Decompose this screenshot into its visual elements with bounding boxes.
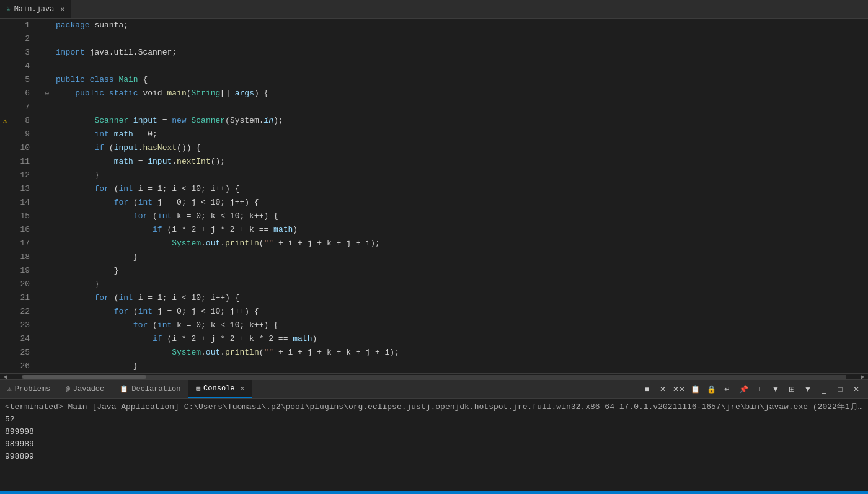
console-toolbar: ■ ✕ ✕✕ 📋 🔒 ↵ 📌 + ▼ ⊞ ▼ _ □ ✕: [640, 382, 868, 396]
code-line-22: for (int j = 0; j < 10; j++) {: [56, 305, 868, 319]
code-line-10: if (input.hasNext()) {: [56, 141, 868, 155]
line-number-11: 11: [10, 155, 35, 169]
gutter-row-18: [41, 250, 53, 264]
gutter-row-25: [41, 346, 53, 359]
left-margin-row-17: [0, 237, 10, 250]
code-line-21: for (int i = 1; i < 10; i++) {: [56, 291, 868, 305]
scroll-left-arrow[interactable]: ◀: [0, 374, 10, 380]
bottom-tab-bar: ⚠ Problems @ Javadoc 📋 Declaration ▤ Con…: [0, 380, 868, 399]
console-output-line-4: 998899: [5, 451, 863, 463]
left-margin: ⚠: [0, 19, 10, 373]
code-line-23: for (int k = 0; k < 10; k++) {: [56, 319, 868, 332]
code-line-13: for (int i = 1; i < 10; i++) {: [56, 182, 868, 196]
gutter-row-3: [41, 46, 53, 60]
line-number-5: 5: [10, 73, 35, 87]
remove-all-button[interactable]: ✕✕: [672, 382, 686, 396]
code-line-1: package suanfa;: [56, 19, 868, 32]
code-line-12: }: [56, 169, 868, 182]
pin-button[interactable]: 📌: [737, 382, 750, 396]
code-line-2: [56, 32, 868, 46]
line-number-4: 4: [10, 60, 35, 73]
line-number-6: 6: [10, 87, 35, 100]
declaration-icon: 📋: [120, 385, 128, 393]
code-line-20: }: [56, 278, 868, 291]
scroll-right-arrow[interactable]: ▶: [858, 374, 868, 380]
line-number-10: 10: [10, 141, 35, 155]
code-line-7: [56, 100, 868, 114]
line-number-21: 21: [10, 291, 35, 305]
status-bar: CSDN @托马斯-酷涛: [0, 491, 868, 494]
left-margin-row-9: [0, 128, 10, 141]
scrollbar-thumb[interactable]: [22, 375, 146, 379]
close-panel-button[interactable]: ✕: [849, 382, 863, 396]
word-wrap-button[interactable]: ↵: [720, 382, 734, 396]
view-menu-button[interactable]: ▼: [801, 382, 815, 396]
left-margin-row-25: [0, 346, 10, 359]
code-line-26: }: [56, 359, 868, 373]
gutter-row-17: [41, 237, 53, 250]
tab-console[interactable]: ▤ Console ✕: [188, 380, 252, 398]
left-margin-row-23: [0, 319, 10, 332]
gutter-row-11: [41, 155, 53, 169]
line-number-25: 25: [10, 346, 35, 359]
gutter-row-21: [41, 291, 53, 305]
clear-button[interactable]: 📋: [688, 382, 702, 396]
code-line-5: public class Main {: [56, 73, 868, 87]
problems-icon: ⚠: [7, 385, 12, 393]
line-number-3: 3: [10, 46, 35, 60]
left-margin-row-11: [0, 155, 10, 169]
gutter-icons: ⊖: [41, 19, 53, 373]
main-java-tab[interactable]: ☕ Main.java ✕: [0, 0, 71, 18]
java-file-icon: ☕: [6, 5, 11, 13]
horizontal-scrollbar[interactable]: ◀ ▶: [0, 373, 868, 379]
left-margin-row-21: [0, 291, 10, 305]
left-margin-row-22: [0, 305, 10, 319]
line-number-14: 14: [10, 196, 35, 210]
line-number-16: 16: [10, 223, 35, 237]
tab-problems[interactable]: ⚠ Problems: [0, 380, 58, 398]
left-margin-row-19: [0, 264, 10, 278]
javadoc-icon: @: [66, 386, 70, 393]
console-output-line-1: 52: [5, 413, 863, 426]
stop-button[interactable]: ■: [640, 382, 653, 396]
code-line-14: for (int j = 0; j < 10; j++) {: [56, 196, 868, 210]
code-line-16: if (i * 2 + j * 2 + k == math): [56, 223, 868, 237]
line-numbers: 1234567891011121314151617181920212223242…: [10, 19, 41, 373]
open-console-button[interactable]: ⊞: [785, 382, 799, 396]
gutter-row-14: [41, 196, 53, 210]
line-number-9: 9: [10, 128, 35, 141]
line-number-23: 23: [10, 319, 35, 332]
gutter-row-8: [41, 114, 53, 128]
gutter-row-13: [41, 182, 53, 196]
tab-javadoc[interactable]: @ Javadoc: [58, 380, 112, 398]
code-line-15: for (int k = 0; k < 10; k++) {: [56, 210, 868, 223]
tab-bar: ☕ Main.java ✕: [0, 0, 868, 19]
minimize-button[interactable]: _: [817, 382, 831, 396]
left-margin-row-24: [0, 332, 10, 346]
console-tab-close[interactable]: ✕: [241, 384, 245, 392]
new-console-button[interactable]: +: [753, 382, 766, 396]
code-editor[interactable]: package suanfa; import java.util.Scanner…: [53, 19, 868, 373]
display-selected-button[interactable]: ▼: [769, 382, 782, 396]
line-number-2: 2: [10, 32, 35, 46]
line-number-1: 1: [10, 19, 35, 32]
tab-close-button[interactable]: ✕: [60, 5, 64, 13]
left-margin-row-18: [0, 250, 10, 264]
line-number-15: 15: [10, 210, 35, 223]
gutter-row-19: [41, 264, 53, 278]
gutter-row-22: [41, 305, 53, 319]
code-line-24: if (i * 2 + j * 2 + k * 2 == math): [56, 332, 868, 346]
scroll-lock-button[interactable]: 🔒: [704, 382, 718, 396]
remove-button[interactable]: ✕: [656, 382, 670, 396]
left-margin-row-2: [0, 32, 10, 46]
console-output-line-3: 989989: [5, 438, 863, 451]
tab-declaration[interactable]: 📋 Declaration: [112, 380, 188, 398]
line-number-8: 8: [10, 114, 35, 128]
left-margin-row-20: [0, 278, 10, 291]
left-margin-row-7: [0, 100, 10, 114]
tab-title: Main.java: [14, 5, 55, 14]
scrollbar-track[interactable]: [22, 375, 846, 379]
gutter-row-15: [41, 210, 53, 223]
gutter-row-10: [41, 141, 53, 155]
maximize-button[interactable]: □: [833, 382, 847, 396]
